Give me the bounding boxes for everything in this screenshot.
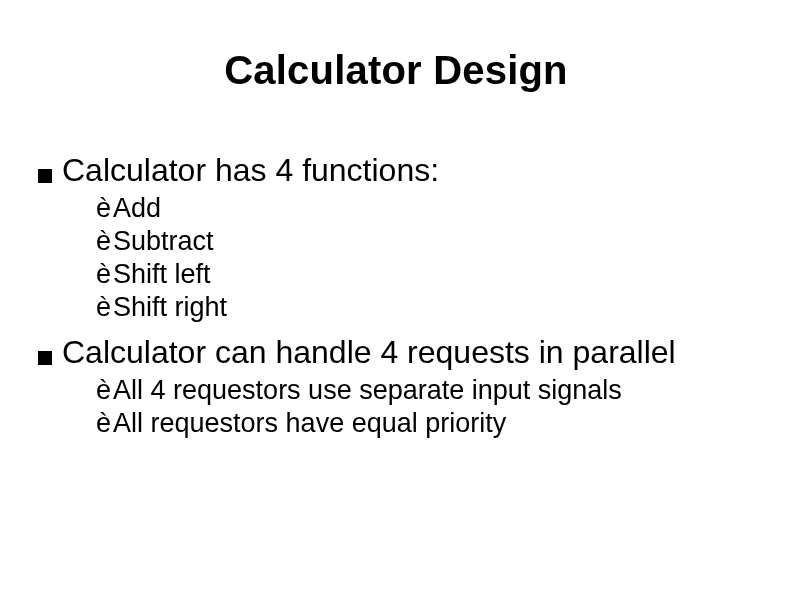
sub-list: è Add è Subtract è Shift left è Shift ri… bbox=[96, 192, 754, 324]
sub-bullet-text: Shift right bbox=[113, 291, 754, 324]
bullet-item: Calculator has 4 functions: bbox=[38, 150, 754, 190]
sub-bullet-text: Shift left bbox=[113, 258, 754, 291]
sub-bullet-item: è Subtract bbox=[96, 225, 754, 258]
bullet-text: Calculator has 4 functions: bbox=[62, 150, 754, 190]
arrow-right-icon: è bbox=[96, 258, 111, 291]
slide-title: Calculator Design bbox=[0, 48, 792, 93]
sub-bullet-text: All requestors have equal priority bbox=[113, 407, 754, 440]
arrow-right-icon: è bbox=[96, 225, 111, 258]
arrow-right-icon: è bbox=[96, 374, 111, 407]
sub-bullet-item: è Shift right bbox=[96, 291, 754, 324]
arrow-right-icon: è bbox=[96, 192, 111, 225]
square-bullet-icon bbox=[38, 169, 52, 183]
sub-bullet-text: Subtract bbox=[113, 225, 754, 258]
sub-bullet-text: Add bbox=[113, 192, 754, 225]
sub-bullet-item: è Add bbox=[96, 192, 754, 225]
bullet-text: Calculator can handle 4 requests in para… bbox=[62, 332, 754, 372]
sub-bullet-item: è All 4 requestors use separate input si… bbox=[96, 374, 754, 407]
sub-bullet-item: è All requestors have equal priority bbox=[96, 407, 754, 440]
bullet-item: Calculator can handle 4 requests in para… bbox=[38, 332, 754, 372]
sub-bullet-item: è Shift left bbox=[96, 258, 754, 291]
slide-content: Calculator has 4 functions: è Add è Subt… bbox=[38, 150, 754, 448]
sub-bullet-text: All 4 requestors use separate input sign… bbox=[113, 374, 754, 407]
sub-list: è All 4 requestors use separate input si… bbox=[96, 374, 754, 440]
arrow-right-icon: è bbox=[96, 407, 111, 440]
slide: Calculator Design Calculator has 4 funct… bbox=[0, 0, 792, 612]
arrow-right-icon: è bbox=[96, 291, 111, 324]
square-bullet-icon bbox=[38, 351, 52, 365]
